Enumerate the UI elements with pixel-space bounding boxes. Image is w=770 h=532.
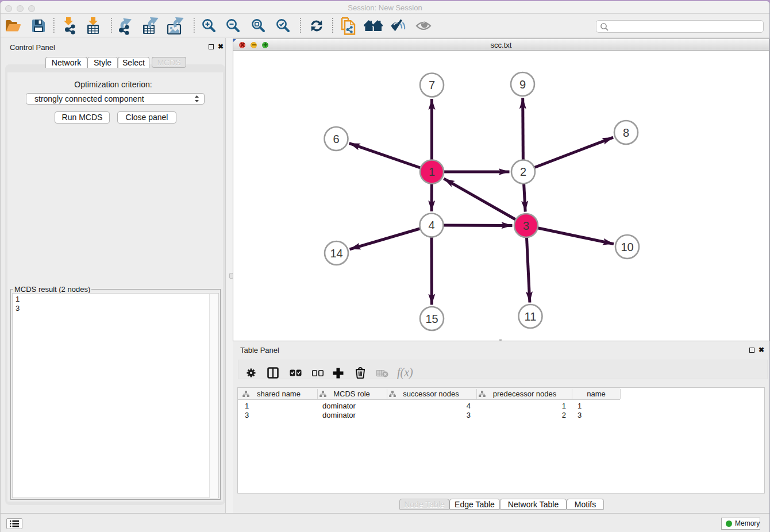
svg-text:9: 9: [519, 78, 526, 91]
svg-text:11: 11: [525, 310, 537, 323]
svg-text:8: 8: [623, 126, 629, 139]
svg-text:6: 6: [333, 133, 339, 145]
svg-text:3: 3: [523, 219, 529, 232]
svg-text:7: 7: [429, 79, 435, 91]
svg-text:4: 4: [428, 219, 434, 232]
svg-text:2: 2: [520, 165, 526, 178]
svg-text:1: 1: [429, 165, 435, 178]
svg-text:10: 10: [621, 241, 633, 253]
svg-text:15: 15: [425, 313, 438, 325]
svg-text:14: 14: [330, 247, 342, 260]
